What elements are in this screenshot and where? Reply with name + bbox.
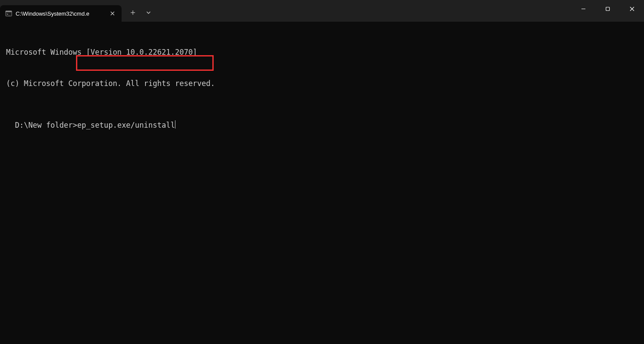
chevron-down-icon (146, 11, 151, 14)
terminal-cursor (175, 120, 175, 129)
new-tab-button[interactable] (125, 5, 141, 20)
close-tab-button[interactable] (109, 10, 116, 17)
svg-rect-1 (6, 11, 12, 12)
terminal-content[interactable]: Microsoft Windows [Version 10.0.22621.20… (0, 22, 644, 135)
tab-dropdown-button[interactable] (141, 5, 156, 20)
terminal-output-line: (c) Microsoft Corporation. All rights re… (6, 78, 638, 89)
tab-cmd[interactable]: >_ C:\Windows\System32\cmd.e (0, 5, 122, 22)
minimize-button[interactable] (571, 0, 595, 17)
terminal-prompt-line: D:\New folder>ep_setup.exe/uninstall (15, 120, 175, 130)
terminal-output-line: Microsoft Windows [Version 10.0.22621.20… (6, 47, 638, 57)
svg-rect-8 (606, 7, 609, 10)
svg-text:>_: >_ (7, 13, 10, 16)
titlebar: >_ C:\Windows\System32\cmd.e (0, 0, 644, 22)
terminal-prompt: D:\New folder> (15, 121, 77, 129)
cmd-icon: >_ (5, 10, 12, 17)
maximize-button[interactable] (595, 0, 620, 17)
window-controls (571, 0, 644, 17)
tab-title: C:\Windows\System32\cmd.e (16, 10, 105, 17)
terminal-command: ep_setup.exe/uninstall (77, 121, 175, 129)
close-window-button[interactable] (620, 0, 644, 17)
